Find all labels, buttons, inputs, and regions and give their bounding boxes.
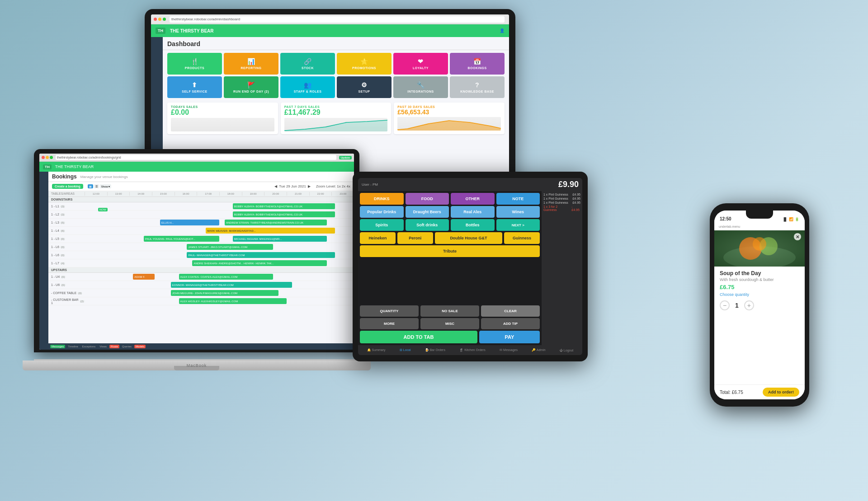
booking-bar-adam[interactable]: ADAM F.: [133, 274, 155, 280]
book-url-text: thethirstybear.robobar.co/admin/bookings…: [57, 156, 121, 159]
booking-bar-alex2[interactable]: ALEX HIGSLEY- ALEXHIGSLEY@GMAIL.COM: [179, 298, 287, 304]
row-u2-slots: EONNOR- MANAGER@THETHIRSTYBEAR.COM: [85, 281, 354, 289]
more-btn[interactable]: MORE: [360, 318, 419, 329]
booking-bar-james[interactable]: JAMES STUART- JIM.D.STUART@GMAIL.COM: [187, 244, 273, 250]
nav-admin[interactable]: 🔑 Admin: [532, 348, 545, 352]
url-bar[interactable]: thethirstybear.robobar.co/admin/dashboar…: [170, 16, 505, 23]
draught-beers-btn[interactable]: Draught Beers: [406, 206, 449, 218]
update-btn[interactable]: Update: [339, 156, 352, 159]
choose-quantity-link[interactable]: Choose quantity: [720, 292, 799, 297]
booking-bar-ellis[interactable]: ELLIS H...: [160, 220, 219, 225]
view-grid-btn[interactable]: ▦: [88, 184, 93, 188]
booking-bar-paul[interactable]: PAUL YOUENS- PAUL.YOUENS@HOT...: [144, 236, 219, 242]
tile-endofday[interactable]: 🚩 RUN END OF DAY (2): [224, 76, 278, 98]
prev-btn[interactable]: ◀: [274, 184, 277, 188]
tile-staffroles[interactable]: 👥 STAFF & ROLES: [280, 76, 335, 98]
tile-bookings[interactable]: 📅 BOOKINGS: [450, 53, 505, 75]
tile-setup[interactable]: ⚙ SETUP: [337, 76, 392, 98]
booking-row-8: 1 - L7 (4) ANDRE SHEKHAN- ANDRE@SHOTM...…: [48, 259, 354, 267]
tribute-btn[interactable]: Tribute: [360, 245, 540, 257]
tablet-pos: User - PM £9.90 DRINKS FOOD OTHER NOTE: [353, 172, 588, 361]
phone-footer: Total: £6.75 Add to order!: [714, 384, 805, 399]
subcat-row-1: Popular Drinks Draught Beers Real Ales W…: [360, 206, 540, 218]
tile-products[interactable]: 🍴 PRODUCTS: [167, 53, 222, 75]
receipt-item-3-price: £4.95: [572, 201, 580, 204]
tablet-total-price: £9.90: [558, 180, 579, 189]
spirits-btn[interactable]: Spirits: [360, 219, 404, 231]
booking-bar[interactable]: BOBBY ALBAYA- BOBBYTHEWOLF@HOTMAIL.CO.UK: [233, 211, 335, 217]
booking-bar-andrew[interactable]: ANDREW STRAIN- THIRSTYBEAR@ANDREWSTRAIN.…: [225, 220, 327, 225]
real-ales-btn[interactable]: Real Ales: [451, 206, 495, 218]
quantity-btn[interactable]: QUANTITY: [360, 305, 419, 317]
receipt-item-4: 1 x 3 for 2 Guinness -£4.95: [543, 205, 580, 211]
phone-time: 12:50: [720, 216, 731, 221]
add-tip-btn[interactable]: ADD TIP: [481, 318, 540, 329]
create-booking-btn[interactable]: Create a booking: [52, 184, 83, 189]
peroni-btn[interactable]: Peroni: [397, 232, 433, 244]
other-btn[interactable]: OTHER: [451, 193, 495, 205]
pay-btn[interactable]: PAY: [479, 331, 540, 343]
receipt-panel: 1 x Pint Guinness £4.95 1 x Pint Guinnes…: [542, 191, 582, 345]
row-u1-label: 1 - U4 (0): [48, 275, 85, 278]
tile-knowledge[interactable]: ? KNOWLEDGE BASE: [450, 76, 505, 98]
booking-bar-mark[interactable]: MARK WEAVER- MARKWEAVERTAD...: [206, 228, 335, 234]
note-btn[interactable]: NOTE: [496, 193, 540, 205]
bottles-btn[interactable]: Bottles: [451, 219, 495, 231]
book-url[interactable]: thethirstybear.robobar.co/admin/bookings…: [56, 155, 336, 160]
row-u1-slots: ADAM F. ALEX COATES- COATES.ALEX@GMAIL.C…: [85, 273, 354, 281]
row-7-label: 1 - L6 (0): [48, 253, 85, 257]
next-btn[interactable]: ▶: [308, 184, 311, 188]
decrease-qty-btn[interactable]: −: [720, 300, 730, 310]
loyalty-icon: ❤: [418, 58, 424, 65]
booking-row-1: 1 - L1 (3) BOBBY ALBAYA- BOBBYTHEWOLF@HO…: [48, 202, 354, 211]
minimize-dot: [158, 18, 161, 21]
book-controls: Create a booking ▦ ☰ Show ▾ ◀ Tue 29 Jun…: [48, 182, 354, 191]
no-sale-btn[interactable]: NO SALE: [420, 305, 479, 317]
tile-endofday-label: RUN END OF DAY (2): [233, 90, 269, 93]
booking-bar-john[interactable]: JOHN MEGUIRE- JOHN.P.MAGUIRE3@GMAIL.COM: [171, 290, 278, 296]
products-row-1: Heineken Peroni Double House G&T Guinnes…: [360, 232, 540, 244]
nav-summary[interactable]: 🔔 Summary: [367, 348, 386, 352]
tile-integrations[interactable]: 🔧 INTEGRATIONS: [393, 76, 448, 98]
guinness-btn[interactable]: Guinness: [504, 232, 540, 244]
svg-marker-0: [284, 120, 388, 131]
nav-bar-orders[interactable]: 🍺 Bar Orders: [425, 348, 445, 352]
nav-kitchen[interactable]: 🍴 Kitchen Orders: [459, 348, 486, 352]
tile-stock[interactable]: 🔗 STOCK: [280, 53, 335, 75]
stat-month-chart: [397, 117, 501, 131]
booking-bar-alex[interactable]: ALEX COATES- COATES.ALEX@GMAIL.COM: [179, 274, 274, 280]
booking-row-ct: - COFFEE TABLE (0) JOHN MEGUIRE- JOHN.P.…: [48, 289, 354, 297]
heineken-btn[interactable]: Heineken: [360, 232, 396, 244]
wines-btn[interactable]: Wines: [496, 206, 540, 218]
phone-app-header: undertab.menu: [714, 223, 805, 230]
tile-loyalty[interactable]: ❤ LOYALTY: [393, 53, 448, 75]
double-house-btn[interactable]: Double House G&T: [435, 232, 503, 244]
booking-bar[interactable]: BOBBY ALBAYA- BOBBYTHEWOLF@HOTMAIL.CO.UK: [233, 203, 335, 209]
popular-drinks-btn[interactable]: Popular Drinks: [360, 206, 404, 218]
add-to-tab-btn[interactable]: ADD TO TAB: [360, 331, 477, 343]
time-cols: 12:00 13:00 14:00 15:00 16:00 17:00 18:0…: [85, 192, 354, 196]
booking-row-6: 1 - L6 (0) JAMES STUART- JIM.D.STUART@GM…: [48, 243, 354, 251]
food-btn[interactable]: FOOD: [406, 193, 449, 205]
nav-local[interactable]: ⊞ Local: [400, 348, 411, 352]
tile-selfservice[interactable]: ⬆ SELF SERVICE: [167, 76, 222, 98]
booking-bar-paul2[interactable]: PAUL- MANAGER@THETHIRSTYBEAR.COM: [187, 252, 335, 258]
tile-reporting[interactable]: 📊 REPORTING: [224, 53, 278, 75]
add-to-order-btn[interactable]: Add to order!: [763, 388, 799, 397]
phone-close-btn[interactable]: ✕: [794, 233, 801, 240]
clear-btn[interactable]: CLEAR: [481, 305, 540, 317]
nav-messages[interactable]: ✉ Messages: [500, 348, 518, 352]
tile-promotions[interactable]: ⭐ PROMOTIONS: [337, 53, 392, 75]
soft-drinks-btn[interactable]: Soft drinks: [406, 219, 449, 231]
nav-logout[interactable]: ⏻ Logout: [560, 349, 573, 352]
booking-bar-michael[interactable]: MICHAEL INGHAM- MIKEINGH@MR...: [233, 236, 327, 242]
quantity-control: − 1 +: [720, 300, 799, 310]
show-btn[interactable]: Show ▾: [100, 184, 112, 188]
increase-qty-btn[interactable]: +: [744, 300, 754, 310]
view-list-btn[interactable]: ☰: [94, 184, 99, 188]
drinks-btn[interactable]: DRINKS: [360, 193, 404, 205]
misc-btn[interactable]: MISC: [420, 318, 479, 329]
booking-bar-andre[interactable]: ANDRE SHEKHAN- ANDRE@SHOTM... HENRIK- HE…: [192, 260, 327, 266]
booking-bar-connor[interactable]: EONNOR- MANAGER@THETHIRSTYBEAR.COM: [171, 282, 292, 288]
next-btn[interactable]: NEXT >: [496, 219, 540, 231]
